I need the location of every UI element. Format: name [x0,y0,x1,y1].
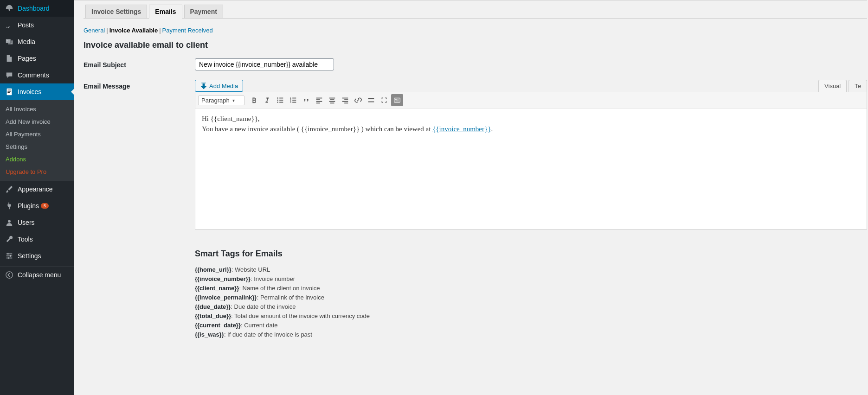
svg-rect-28 [316,102,320,103]
svg-rect-42 [396,99,397,100]
ol-button[interactable]: 123 [287,94,299,106]
svg-rect-1 [7,89,12,95]
svg-point-14 [277,100,278,101]
smart-tags-section: Smart Tags for Emails {{home_url}}: Webs… [195,249,867,338]
smart-tag-line: {{total_due}}: Total due amount of the i… [195,312,867,319]
media-icon [200,82,207,89]
sidebar-item-label: Tools [18,236,33,243]
sidebar-item-posts[interactable]: Posts [0,17,74,33]
sidebar-item-collapse-menu[interactable]: Collapse menu [0,266,74,283]
pin-icon [5,20,14,30]
tab-invoice-settings[interactable]: Invoice Settings [85,5,147,18]
subtab-payment-received[interactable]: Payment Received [162,27,213,34]
sidebar-item-label: Pages [18,55,36,62]
svg-rect-33 [342,98,348,99]
subtab-general[interactable]: General [84,27,105,34]
italic-button[interactable] [261,94,273,106]
more-button[interactable] [365,94,377,106]
sidebar-item-invoices[interactable]: Invoices [0,83,74,100]
svg-rect-23 [292,100,296,101]
sliders-icon [5,251,14,261]
editor-tab-text[interactable]: Te [849,80,867,92]
dashboard-icon [5,4,14,13]
svg-rect-30 [330,99,334,100]
sidebar-item-tools[interactable]: Tools [0,231,74,248]
svg-rect-6 [6,254,13,255]
svg-point-5 [8,220,11,223]
plug-icon [5,201,14,210]
sidebar-item-users[interactable]: Users [0,214,74,231]
svg-rect-16 [279,98,283,99]
toolbar-toggle-button[interactable] [391,94,403,106]
sidebar-item-plugins[interactable]: Plugins5 [0,198,74,214]
svg-rect-34 [344,99,348,100]
email-subject-input[interactable] [195,58,334,70]
main-content: Invoice SettingsEmailsPayment General|In… [74,0,868,395]
svg-rect-4 [7,92,10,93]
sidebar-item-label: Settings [18,252,41,260]
submenu-item-addons[interactable]: Addons [0,153,74,166]
svg-text:3: 3 [290,101,291,103]
svg-rect-37 [368,98,374,99]
sidebar-submenu: All InvoicesAdd New invoiceAll PaymentsS… [0,100,74,181]
smart-tag-line: {{client_name}}: Name of the client on i… [195,285,867,292]
svg-rect-27 [316,101,322,102]
rich-text-editor: Paragraph 123 [195,92,867,229]
sidebar-item-label: Dashboard [18,5,50,12]
sidebar-item-label: Comments [18,71,49,79]
email-subject-label: Email Subject [84,58,195,69]
link-button[interactable] [352,94,364,106]
add-media-button[interactable]: Add Media [195,80,243,92]
quote-button[interactable] [300,94,312,106]
submenu-item-upgrade-to-pro[interactable]: Upgrade to Pro [0,166,74,178]
editor-tab-visual[interactable]: Visual [818,80,847,92]
format-select[interactable]: Paragraph [198,96,244,105]
invoice-link[interactable]: {{invoice_number}} [432,125,491,133]
svg-rect-39 [368,102,374,102]
subtab-invoice-available: Invoice Available [109,27,158,34]
brush-icon [5,185,14,194]
sidebar-item-media[interactable]: Media [0,33,74,50]
svg-rect-3 [7,91,11,91]
tab-emails[interactable]: Emails [149,5,182,19]
svg-rect-36 [344,102,348,103]
smart-tag-line: {{invoice_permalink}}: Permalink of the … [195,294,867,301]
align-left-button[interactable] [313,94,325,106]
submenu-item-add-new-invoice[interactable]: Add New invoice [0,115,74,128]
media-icon [5,37,14,46]
svg-point-15 [277,102,278,103]
svg-rect-10 [10,255,11,257]
svg-point-13 [277,97,278,99]
editor-body[interactable]: Hi {{client_name}}, You have a new invoi… [195,108,867,229]
page-icon [5,54,14,63]
svg-rect-22 [292,98,296,99]
svg-rect-40 [394,98,400,102]
sub-tabs: General|Invoice Available|Payment Receiv… [84,27,867,34]
sidebar-item-dashboard[interactable]: Dashboard [0,0,74,17]
sidebar-item-settings[interactable]: Settings [0,248,74,264]
smart-tag-line: {{is_was}}: If due date of the invoice i… [195,331,867,338]
svg-rect-26 [316,99,320,100]
submenu-item-all-invoices[interactable]: All Invoices [0,103,74,115]
smart-tag-line: {{invoice_number}}: Invoice number [195,275,867,282]
ul-button[interactable] [274,94,286,106]
sidebar-item-pages[interactable]: Pages [0,50,74,67]
svg-rect-31 [329,101,335,102]
comment-icon [5,70,14,80]
sidebar-item-label: Users [18,219,35,226]
svg-rect-17 [279,100,283,101]
align-center-button[interactable] [326,94,338,106]
fullscreen-button[interactable] [378,94,390,106]
sidebar-item-comments[interactable]: Comments [0,67,74,83]
align-right-button[interactable] [339,94,351,106]
submenu-item-settings[interactable]: Settings [0,140,74,153]
sidebar-item-label: Media [18,38,35,45]
submenu-item-all-payments[interactable]: All Payments [0,128,74,140]
svg-rect-38 [368,100,374,100]
collapse-icon [5,270,14,280]
svg-rect-32 [330,102,334,103]
bold-button[interactable] [248,94,260,106]
tab-payment[interactable]: Payment [184,5,223,18]
sidebar-item-appearance[interactable]: Appearance [0,181,74,198]
svg-rect-2 [7,90,11,90]
